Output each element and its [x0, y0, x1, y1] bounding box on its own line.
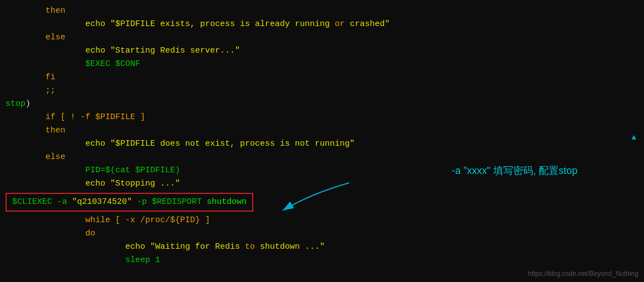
scroll-indicator: ▲ — [632, 133, 636, 142]
code-line-dsemi: ;; — [0, 84, 644, 98]
code-line-sleep: sleep 1 — [0, 254, 644, 267]
annotation-arrow — [211, 177, 377, 222]
code-line-exec-conf: $EXEC $CONF — [0, 58, 644, 71]
code-line-do: do — [0, 227, 644, 240]
code-line-echo-exists: echo "$PIDFILE exists, process is alread… — [0, 18, 644, 31]
code-line-waiting: echo "Waiting for Redis to shutdown ..." — [0, 240, 644, 254]
code-line-stop: stop) — [0, 98, 644, 111]
code-line-fi: fi — [0, 71, 644, 84]
watermark: https://blog.csdn.net/Beyond_Nothing — [528, 270, 638, 278]
code-line-if: if [ ! -f $PIDFILE ] — [0, 111, 644, 124]
code-line-else1: else — [0, 31, 644, 44]
code-area: then echo "$PIDFILE exists, process is a… — [0, 0, 644, 271]
annotation-text: -a "xxxx" 填写密码, 配置stop — [452, 164, 577, 177]
code-line-echo-starting: echo "Starting Redis server..." — [0, 44, 644, 58]
code-line-then: then — [0, 4, 644, 18]
code-line-echo-notexist: echo "$PIDFILE does not exist, process i… — [0, 137, 644, 151]
code-line-then2: then — [0, 124, 644, 137]
code-line-else2: else — [0, 151, 644, 164]
